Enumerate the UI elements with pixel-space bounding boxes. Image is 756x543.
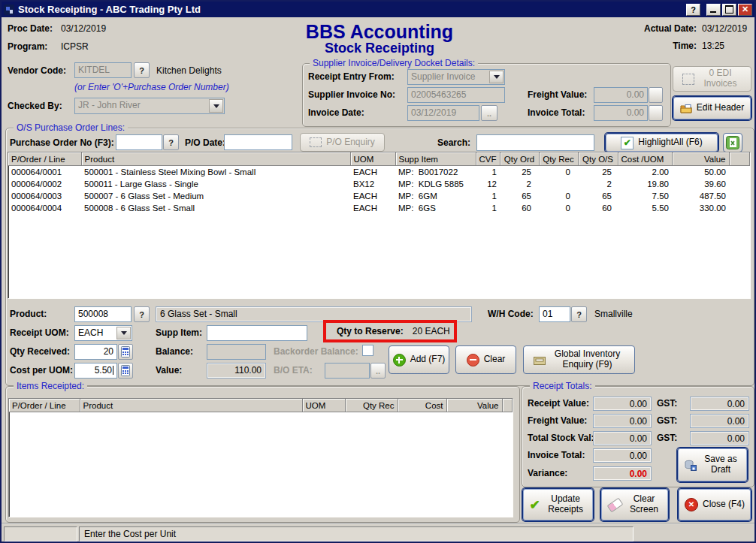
po-number-input[interactable] bbox=[116, 134, 162, 150]
bo-eta-field bbox=[325, 363, 370, 379]
col-qty-rec[interactable]: Qty Rec bbox=[345, 399, 398, 412]
backorder-balance-label: Backorder Balance: bbox=[274, 346, 358, 357]
qty-calculator-button[interactable] bbox=[118, 344, 133, 360]
col-value[interactable]: Value bbox=[446, 399, 502, 412]
vendor-code-label: Vendor Code: bbox=[8, 65, 66, 76]
add-icon bbox=[393, 354, 406, 367]
qty-to-reserve-label: Qty to Reserve: bbox=[337, 326, 404, 336]
invoice-total-field: 0.00 bbox=[594, 105, 648, 121]
product-lookup-button[interactable]: ? bbox=[134, 306, 150, 322]
vendor-code-field: KITDEL bbox=[74, 62, 132, 78]
export-excel-button[interactable] bbox=[723, 133, 742, 152]
cost-per-uom-input[interactable]: 5.50 bbox=[74, 363, 117, 379]
receipt-entry-from-value: Supplier Invoice bbox=[411, 71, 475, 82]
wh-code-input[interactable]: 01 bbox=[539, 306, 570, 322]
cost-calculator-button[interactable] bbox=[118, 363, 133, 379]
update-receipts-button[interactable]: ✔ Update Receipts bbox=[522, 488, 594, 521]
supp-item-input[interactable] bbox=[207, 325, 307, 341]
variance-label: Variance: bbox=[528, 468, 567, 478]
supplier-details-title: Supplier Invoice/Delivery Docket Details… bbox=[310, 58, 478, 68]
wh-lookup-button[interactable]: ? bbox=[571, 306, 587, 322]
minimize-button[interactable] bbox=[706, 4, 721, 16]
po-lookup-button[interactable]: ? bbox=[163, 134, 179, 150]
clear-label: Clear bbox=[484, 354, 506, 365]
proc-date-value: 03/12/2019 bbox=[61, 23, 106, 34]
clear-button[interactable]: Clear bbox=[455, 345, 516, 374]
product-code-input[interactable]: 500008 bbox=[74, 306, 132, 322]
invoice-date-field: 03/12/2019 bbox=[407, 105, 479, 121]
edit-header-button[interactable]: Edit Header bbox=[673, 96, 751, 120]
highlight-all-button[interactable]: ✔ HighlightAll (F6) bbox=[605, 133, 718, 152]
col-product[interactable]: Product bbox=[80, 399, 302, 412]
col-cost[interactable]: Cost bbox=[398, 399, 446, 412]
value-label: Value: bbox=[156, 365, 182, 376]
help-button[interactable]: ? bbox=[686, 4, 700, 16]
edi-invoices-button: 0 EDI Invoices bbox=[673, 66, 751, 92]
checkmark-icon: ✔ bbox=[621, 137, 634, 149]
col-supp-item[interactable]: Supp Item bbox=[395, 152, 476, 166]
close-icon: ✕ bbox=[685, 498, 698, 511]
search-input[interactable] bbox=[476, 134, 594, 151]
global-inventory-enquiry-button[interactable]: Global Inventory Enquiry (F9) bbox=[523, 345, 635, 374]
receipt-uom-dropdown[interactable]: EACH bbox=[74, 325, 132, 341]
supplier-invoice-no-label: Supplier Invoice No: bbox=[308, 89, 395, 100]
qty-received-label: Qty Received: bbox=[10, 346, 70, 357]
qty-to-reserve-value: 20 EACH bbox=[413, 326, 450, 336]
balance-field bbox=[207, 344, 266, 360]
col-po-line[interactable]: P/Order / Line bbox=[8, 152, 81, 166]
add-label: Add (F7) bbox=[410, 354, 446, 365]
invoice-total-calc-button bbox=[649, 105, 663, 121]
stock-gst-field: 0.00 bbox=[690, 431, 749, 445]
window-title: Stock Receipting - ABC Trading Pty Ltd bbox=[18, 4, 201, 15]
chevron-down-icon bbox=[489, 71, 503, 83]
maximize-button[interactable] bbox=[722, 4, 736, 16]
product-label: Product: bbox=[10, 309, 47, 319]
col-qty-rec[interactable]: Qty Rec bbox=[539, 152, 578, 166]
qty-received-input[interactable]: 20 bbox=[74, 344, 117, 360]
close-button[interactable]: ✕ Close (F4) bbox=[678, 488, 751, 521]
folder-icon bbox=[680, 104, 692, 113]
total-stock-label: Total Stock Val: bbox=[528, 433, 594, 443]
col-cost-uom[interactable]: Cost /UOM bbox=[618, 152, 672, 166]
app-icon bbox=[4, 5, 14, 15]
invoice-total-sum-field: 0.00 bbox=[593, 448, 652, 463]
add-button[interactable]: Add (F7) bbox=[389, 345, 449, 374]
program-label: Program: bbox=[8, 41, 47, 52]
close-window-button[interactable]: ✕ bbox=[738, 4, 752, 16]
col-cvf[interactable]: CVF bbox=[476, 152, 500, 166]
col-value[interactable]: Value bbox=[672, 152, 729, 166]
program-value: ICPSR bbox=[61, 41, 89, 52]
col-qty-ord[interactable]: Qty Ord bbox=[500, 152, 539, 166]
save-as-draft-label: Save as Draft bbox=[701, 454, 740, 475]
col-qty-os[interactable]: Qty O/S bbox=[578, 152, 618, 166]
table-row[interactable]: 000064/0002500011 - Large Glass - Single… bbox=[8, 178, 750, 190]
save-as-draft-button[interactable]: Save as Draft bbox=[677, 448, 748, 482]
clear-screen-button[interactable]: Clear Screen bbox=[600, 488, 669, 521]
table-row[interactable]: 000064/0003500007 - 6 Glass Set - Medium… bbox=[8, 190, 750, 202]
actual-date-label: Actual Date: bbox=[627, 23, 697, 34]
col-uom[interactable]: UOM bbox=[350, 152, 395, 166]
po-lines-table[interactable]: P/Order / Line Product UOM Supp Item CVF… bbox=[8, 152, 751, 299]
po-table-header: P/Order / Line Product UOM Supp Item CVF… bbox=[8, 152, 750, 166]
proc-date-label: Proc Date: bbox=[8, 23, 53, 34]
chevron-down-icon bbox=[116, 327, 131, 339]
col-uom[interactable]: UOM bbox=[302, 399, 345, 412]
cost-per-uom-label: Cost per UOM: bbox=[10, 365, 73, 376]
invoice-total-label: Invoice Total: bbox=[528, 107, 585, 118]
status-divider bbox=[2, 523, 754, 524]
update-receipts-label: Update Receipts bbox=[545, 494, 587, 515]
status-message: Enter the Cost per Unit bbox=[79, 526, 634, 541]
highlight-all-label: HighlightAll (F6) bbox=[638, 137, 702, 148]
items-receipted-table[interactable]: P/Order / Line Product UOM Qty Rec Cost … bbox=[8, 398, 513, 517]
checked-by-label: Checked By: bbox=[8, 101, 62, 111]
table-row[interactable]: 000064/0004500008 - 6 Glass Set - SmallE… bbox=[8, 202, 750, 214]
col-po-line[interactable]: P/Order / Line bbox=[9, 399, 80, 412]
po-date-input[interactable] bbox=[224, 134, 292, 150]
table-row[interactable]: 000064/0001500001 - Stainless Steel Mixi… bbox=[8, 166, 750, 179]
freight-value-field: 0.00 bbox=[594, 87, 648, 103]
col-product[interactable]: Product bbox=[81, 152, 350, 166]
backorder-balance-checkbox[interactable] bbox=[362, 345, 373, 356]
receipt-uom-label: Receipt UOM: bbox=[10, 327, 69, 338]
screen-title: Stock Receipting bbox=[229, 41, 530, 56]
vendor-lookup-button[interactable]: ? bbox=[134, 62, 150, 78]
